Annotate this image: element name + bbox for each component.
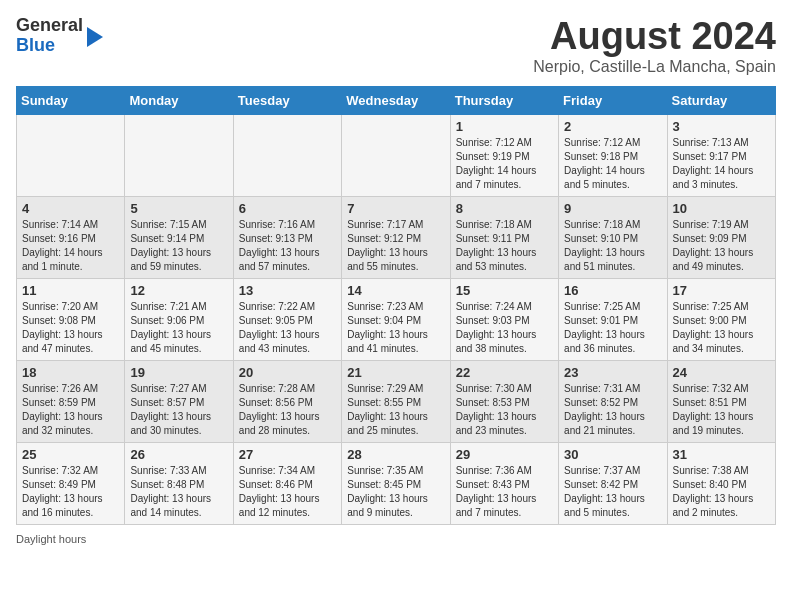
calendar-cell: 24Sunrise: 7:32 AM Sunset: 8:51 PM Dayli… [667, 360, 775, 442]
day-number: 21 [347, 365, 444, 380]
day-number: 24 [673, 365, 770, 380]
calendar-cell: 5Sunrise: 7:15 AM Sunset: 9:14 PM Daylig… [125, 196, 233, 278]
day-info: Sunrise: 7:25 AM Sunset: 9:00 PM Dayligh… [673, 300, 770, 356]
calendar-week-4: 18Sunrise: 7:26 AM Sunset: 8:59 PM Dayli… [17, 360, 776, 442]
title-block: August 2024 Nerpio, Castille-La Mancha, … [533, 16, 776, 76]
calendar-week-2: 4Sunrise: 7:14 AM Sunset: 9:16 PM Daylig… [17, 196, 776, 278]
day-info: Sunrise: 7:34 AM Sunset: 8:46 PM Dayligh… [239, 464, 336, 520]
calendar-week-1: 1Sunrise: 7:12 AM Sunset: 9:19 PM Daylig… [17, 114, 776, 196]
day-number: 22 [456, 365, 553, 380]
page-subtitle: Nerpio, Castille-La Mancha, Spain [533, 58, 776, 76]
calendar-cell: 22Sunrise: 7:30 AM Sunset: 8:53 PM Dayli… [450, 360, 558, 442]
calendar-week-3: 11Sunrise: 7:20 AM Sunset: 9:08 PM Dayli… [17, 278, 776, 360]
calendar-cell: 25Sunrise: 7:32 AM Sunset: 8:49 PM Dayli… [17, 442, 125, 524]
logo: General Blue [16, 16, 103, 56]
calendar-cell: 1Sunrise: 7:12 AM Sunset: 9:19 PM Daylig… [450, 114, 558, 196]
calendar-cell: 28Sunrise: 7:35 AM Sunset: 8:45 PM Dayli… [342, 442, 450, 524]
day-info: Sunrise: 7:25 AM Sunset: 9:01 PM Dayligh… [564, 300, 661, 356]
day-info: Sunrise: 7:12 AM Sunset: 9:19 PM Dayligh… [456, 136, 553, 192]
calendar-cell [342, 114, 450, 196]
day-info: Sunrise: 7:32 AM Sunset: 8:49 PM Dayligh… [22, 464, 119, 520]
calendar-cell: 13Sunrise: 7:22 AM Sunset: 9:05 PM Dayli… [233, 278, 341, 360]
day-number: 11 [22, 283, 119, 298]
day-number: 15 [456, 283, 553, 298]
day-number: 1 [456, 119, 553, 134]
calendar-cell: 23Sunrise: 7:31 AM Sunset: 8:52 PM Dayli… [559, 360, 667, 442]
logo-name: General Blue [16, 16, 83, 56]
day-info: Sunrise: 7:17 AM Sunset: 9:12 PM Dayligh… [347, 218, 444, 274]
col-header-tuesday: Tuesday [233, 86, 341, 114]
day-info: Sunrise: 7:20 AM Sunset: 9:08 PM Dayligh… [22, 300, 119, 356]
day-info: Sunrise: 7:30 AM Sunset: 8:53 PM Dayligh… [456, 382, 553, 438]
day-number: 2 [564, 119, 661, 134]
calendar-cell: 10Sunrise: 7:19 AM Sunset: 9:09 PM Dayli… [667, 196, 775, 278]
day-number: 26 [130, 447, 227, 462]
calendar-cell: 7Sunrise: 7:17 AM Sunset: 9:12 PM Daylig… [342, 196, 450, 278]
calendar-cell [125, 114, 233, 196]
col-header-friday: Friday [559, 86, 667, 114]
day-info: Sunrise: 7:13 AM Sunset: 9:17 PM Dayligh… [673, 136, 770, 192]
calendar-cell: 9Sunrise: 7:18 AM Sunset: 9:10 PM Daylig… [559, 196, 667, 278]
calendar-cell: 21Sunrise: 7:29 AM Sunset: 8:55 PM Dayli… [342, 360, 450, 442]
day-number: 5 [130, 201, 227, 216]
day-info: Sunrise: 7:19 AM Sunset: 9:09 PM Dayligh… [673, 218, 770, 274]
day-info: Sunrise: 7:37 AM Sunset: 8:42 PM Dayligh… [564, 464, 661, 520]
calendar-cell: 19Sunrise: 7:27 AM Sunset: 8:57 PM Dayli… [125, 360, 233, 442]
day-info: Sunrise: 7:36 AM Sunset: 8:43 PM Dayligh… [456, 464, 553, 520]
calendar-cell: 31Sunrise: 7:38 AM Sunset: 8:40 PM Dayli… [667, 442, 775, 524]
day-info: Sunrise: 7:22 AM Sunset: 9:05 PM Dayligh… [239, 300, 336, 356]
day-number: 23 [564, 365, 661, 380]
calendar-cell: 8Sunrise: 7:18 AM Sunset: 9:11 PM Daylig… [450, 196, 558, 278]
day-info: Sunrise: 7:27 AM Sunset: 8:57 PM Dayligh… [130, 382, 227, 438]
logo-general: General [16, 15, 83, 35]
day-number: 6 [239, 201, 336, 216]
calendar-cell: 11Sunrise: 7:20 AM Sunset: 9:08 PM Dayli… [17, 278, 125, 360]
calendar-cell [233, 114, 341, 196]
day-info: Sunrise: 7:29 AM Sunset: 8:55 PM Dayligh… [347, 382, 444, 438]
day-number: 13 [239, 283, 336, 298]
day-number: 29 [456, 447, 553, 462]
calendar-cell: 29Sunrise: 7:36 AM Sunset: 8:43 PM Dayli… [450, 442, 558, 524]
page-title: August 2024 [533, 16, 776, 58]
day-number: 31 [673, 447, 770, 462]
day-number: 4 [22, 201, 119, 216]
day-number: 17 [673, 283, 770, 298]
day-number: 19 [130, 365, 227, 380]
day-info: Sunrise: 7:16 AM Sunset: 9:13 PM Dayligh… [239, 218, 336, 274]
calendar-cell: 6Sunrise: 7:16 AM Sunset: 9:13 PM Daylig… [233, 196, 341, 278]
logo-arrow-icon [87, 27, 103, 47]
day-info: Sunrise: 7:24 AM Sunset: 9:03 PM Dayligh… [456, 300, 553, 356]
day-number: 12 [130, 283, 227, 298]
header: General Blue August 2024 Nerpio, Castill… [16, 16, 776, 76]
day-info: Sunrise: 7:32 AM Sunset: 8:51 PM Dayligh… [673, 382, 770, 438]
calendar-cell: 18Sunrise: 7:26 AM Sunset: 8:59 PM Dayli… [17, 360, 125, 442]
calendar-cell [17, 114, 125, 196]
day-info: Sunrise: 7:31 AM Sunset: 8:52 PM Dayligh… [564, 382, 661, 438]
calendar-week-5: 25Sunrise: 7:32 AM Sunset: 8:49 PM Dayli… [17, 442, 776, 524]
calendar-cell: 20Sunrise: 7:28 AM Sunset: 8:56 PM Dayli… [233, 360, 341, 442]
day-info: Sunrise: 7:26 AM Sunset: 8:59 PM Dayligh… [22, 382, 119, 438]
calendar-cell: 3Sunrise: 7:13 AM Sunset: 9:17 PM Daylig… [667, 114, 775, 196]
day-info: Sunrise: 7:21 AM Sunset: 9:06 PM Dayligh… [130, 300, 227, 356]
logo-blue: Blue [16, 35, 55, 55]
day-number: 16 [564, 283, 661, 298]
day-info: Sunrise: 7:38 AM Sunset: 8:40 PM Dayligh… [673, 464, 770, 520]
col-header-thursday: Thursday [450, 86, 558, 114]
day-number: 8 [456, 201, 553, 216]
calendar-cell: 27Sunrise: 7:34 AM Sunset: 8:46 PM Dayli… [233, 442, 341, 524]
col-header-monday: Monday [125, 86, 233, 114]
calendar-cell: 12Sunrise: 7:21 AM Sunset: 9:06 PM Dayli… [125, 278, 233, 360]
col-header-sunday: Sunday [17, 86, 125, 114]
day-info: Sunrise: 7:23 AM Sunset: 9:04 PM Dayligh… [347, 300, 444, 356]
day-number: 30 [564, 447, 661, 462]
day-number: 7 [347, 201, 444, 216]
day-info: Sunrise: 7:18 AM Sunset: 9:10 PM Dayligh… [564, 218, 661, 274]
day-info: Sunrise: 7:14 AM Sunset: 9:16 PM Dayligh… [22, 218, 119, 274]
calendar-cell: 2Sunrise: 7:12 AM Sunset: 9:18 PM Daylig… [559, 114, 667, 196]
day-number: 28 [347, 447, 444, 462]
day-info: Sunrise: 7:28 AM Sunset: 8:56 PM Dayligh… [239, 382, 336, 438]
calendar-cell: 14Sunrise: 7:23 AM Sunset: 9:04 PM Dayli… [342, 278, 450, 360]
day-number: 14 [347, 283, 444, 298]
calendar-cell: 17Sunrise: 7:25 AM Sunset: 9:00 PM Dayli… [667, 278, 775, 360]
calendar-cell: 16Sunrise: 7:25 AM Sunset: 9:01 PM Dayli… [559, 278, 667, 360]
